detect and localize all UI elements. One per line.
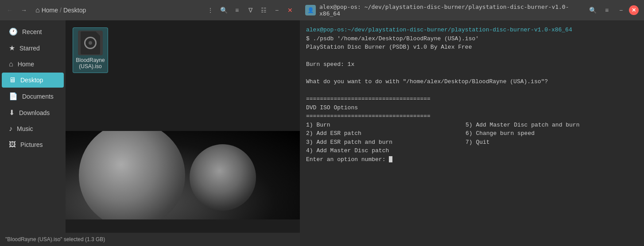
term-enter-prompt-line: Enter an option number: bbox=[306, 155, 638, 164]
term-titlebar: 👤 alex@pop-os: ~/dev/playstation-disc-bu… bbox=[300, 0, 644, 20]
term-menu-title: DVD ISO Options bbox=[306, 104, 638, 112]
term-blank3 bbox=[306, 86, 638, 95]
sidebar-label-music: Music bbox=[17, 125, 33, 132]
term-body: alex@pop-os:~/dev/playstation-disc-burne… bbox=[300, 20, 644, 246]
fm-statusbar: "BloodRayne (USA).iso" selected (1.3 GB) bbox=[0, 233, 300, 246]
forward-button[interactable]: → bbox=[18, 4, 30, 16]
term-opt2: 2) Add ESR patch bbox=[306, 129, 466, 138]
moon-background bbox=[66, 131, 300, 219]
sidebar-item-home[interactable]: ⌂ Home bbox=[2, 57, 64, 72]
sidebar-label-pictures: Pictures bbox=[20, 141, 43, 148]
term-prompt-text: alex@pop-os:~/dev/playstation-disc-burne… bbox=[306, 27, 572, 33]
home-sidebar-icon: ⌂ bbox=[9, 60, 13, 68]
terminal: 👤 alex@pop-os: ~/dev/playstation-disc-bu… bbox=[300, 0, 644, 246]
sidebar-label-downloads: Downloads bbox=[19, 109, 50, 116]
sidebar-item-downloads[interactable]: ⬇ Downloads bbox=[2, 105, 64, 120]
breadcrumb-home[interactable]: Home bbox=[42, 7, 58, 14]
term-line3: Burn speed: 1x bbox=[306, 60, 638, 69]
term-options-row3: 3) Add ESR patch and burn 7) Quit bbox=[306, 138, 638, 147]
fm-toolbar-right: ⋮ 🔍 ≡ ∇ ☷ − ✕ bbox=[204, 4, 296, 16]
view-toggle-button[interactable]: ∇ bbox=[244, 4, 256, 16]
term-divider1: ==================================== bbox=[306, 95, 638, 104]
file-icon-iso bbox=[78, 31, 103, 55]
term-close-button[interactable]: ✕ bbox=[629, 5, 639, 15]
sidebar-label-recent: Recent bbox=[22, 28, 42, 35]
term-opt6: 6) Change burn speed bbox=[466, 129, 535, 138]
file-icon-body bbox=[81, 31, 100, 54]
term-title: alex@pop-os: ~/dev/playstation-disc-burn… bbox=[319, 4, 583, 17]
breadcrumb-sep: / bbox=[60, 7, 62, 14]
term-opt1: 1) Burn bbox=[306, 121, 466, 130]
fm-titlebar: ← → ⌂ Home / Desktop ⋮ 🔍 ≡ ∇ ☷ − ✕ bbox=[0, 0, 300, 20]
status-text: "BloodRayne (USA).iso" selected (1.3 GB) bbox=[5, 236, 105, 242]
sidebar-item-documents[interactable]: 📄 Documents bbox=[2, 88, 64, 104]
sidebar-label-documents: Documents bbox=[22, 93, 54, 100]
close-button[interactable]: ✕ bbox=[284, 4, 296, 16]
back-button[interactable]: ← bbox=[4, 4, 16, 16]
term-prompt-line: alex@pop-os:~/dev/playstation-disc-burne… bbox=[306, 26, 638, 35]
sidebar-label-desktop: Desktop bbox=[20, 77, 43, 84]
starred-icon: ★ bbox=[9, 44, 15, 52]
term-line1: PlayStation Disc Burner (PSDB) v1.0 By A… bbox=[306, 43, 638, 52]
view-list-button[interactable]: ≡ bbox=[231, 4, 243, 16]
search-button[interactable]: 🔍 bbox=[217, 4, 230, 16]
term-options-row4: 4) Add Master Disc patch bbox=[306, 146, 638, 155]
moon-small bbox=[190, 144, 256, 211]
sidebar-label-home: Home bbox=[18, 61, 34, 68]
breadcrumb-current: Desktop bbox=[63, 7, 86, 14]
fm-content: BloodRayne (USA).iso bbox=[66, 20, 300, 233]
moon-large bbox=[79, 131, 185, 219]
sidebar-label-starred: Starred bbox=[19, 45, 40, 52]
fm-body: 🕐 Recent ★ Starred ⌂ Home 🖥 Desktop 📄 Do… bbox=[0, 20, 300, 233]
sidebar-item-pictures[interactable]: 🖼 Pictures bbox=[2, 137, 64, 152]
breadcrumb: ⌂ Home / Desktop bbox=[32, 6, 202, 14]
sidebar-item-music[interactable]: ♪ Music bbox=[2, 121, 64, 136]
documents-icon: 📄 bbox=[9, 92, 18, 100]
term-options-row1: 1) Burn 5) Add Master Disc patch and bur… bbox=[306, 121, 638, 130]
minimize-button[interactable]: − bbox=[271, 4, 283, 16]
more-options-button[interactable]: ⋮ bbox=[204, 4, 217, 16]
term-minimize-button[interactable]: − bbox=[615, 4, 627, 16]
downloads-icon: ⬇ bbox=[9, 108, 15, 117]
term-blank1 bbox=[306, 52, 638, 61]
term-opt5: 5) Add Master Disc patch and burn bbox=[466, 121, 579, 130]
file-item-bloodrayne[interactable]: BloodRayne (USA).iso bbox=[73, 27, 108, 73]
sidebar-item-desktop[interactable]: 🖥 Desktop bbox=[2, 73, 64, 88]
disc-icon bbox=[84, 37, 97, 49]
term-options-row2: 2) Add ESR patch 6) Change burn speed bbox=[306, 129, 638, 138]
term-enter-prompt: Enter an option number: bbox=[306, 156, 385, 163]
sidebar-item-recent[interactable]: 🕐 Recent bbox=[2, 24, 64, 39]
background-image bbox=[66, 131, 300, 219]
term-opt3: 3) Add ESR patch and burn bbox=[306, 138, 466, 147]
file-name: BloodRayne (USA).iso bbox=[76, 57, 105, 70]
term-line5: What do you want to do with "/home/alex/… bbox=[306, 77, 638, 86]
term-cursor bbox=[389, 156, 392, 162]
sidebar-item-starred[interactable]: ★ Starred bbox=[2, 40, 64, 56]
file-corner bbox=[96, 31, 100, 36]
term-divider2: ==================================== bbox=[306, 112, 638, 121]
pictures-icon: 🖼 bbox=[9, 141, 16, 149]
term-blank2 bbox=[306, 69, 638, 78]
term-command-line: $ ./psdb '/home/alex/Desktop/BloodRayne … bbox=[306, 35, 638, 43]
sidebar: 🕐 Recent ★ Starred ⌂ Home 🖥 Desktop 📄 Do… bbox=[0, 20, 66, 233]
term-opt7: 7) Quit bbox=[466, 138, 490, 147]
term-menu-button[interactable]: ≡ bbox=[601, 4, 613, 16]
home-icon: ⌂ bbox=[35, 6, 40, 14]
recent-icon: 🕐 bbox=[9, 27, 18, 36]
desktop-icon: 🖥 bbox=[9, 76, 16, 84]
term-search-button[interactable]: 🔍 bbox=[586, 4, 599, 16]
file-manager: ← → ⌂ Home / Desktop ⋮ 🔍 ≡ ∇ ☷ − ✕ 🕐 Rec… bbox=[0, 0, 300, 246]
term-command: $ ./psdb '/home/alex/Desktop/BloodRayne … bbox=[306, 35, 479, 42]
music-icon: ♪ bbox=[9, 125, 12, 133]
disc-inner bbox=[89, 41, 92, 45]
grid-view-button[interactable]: ☷ bbox=[257, 4, 270, 16]
term-title-buttons: 🔍 ≡ − ✕ bbox=[586, 4, 639, 16]
term-icon: 👤 bbox=[305, 5, 316, 15]
term-opt4: 4) Add Master Disc patch bbox=[306, 147, 389, 154]
